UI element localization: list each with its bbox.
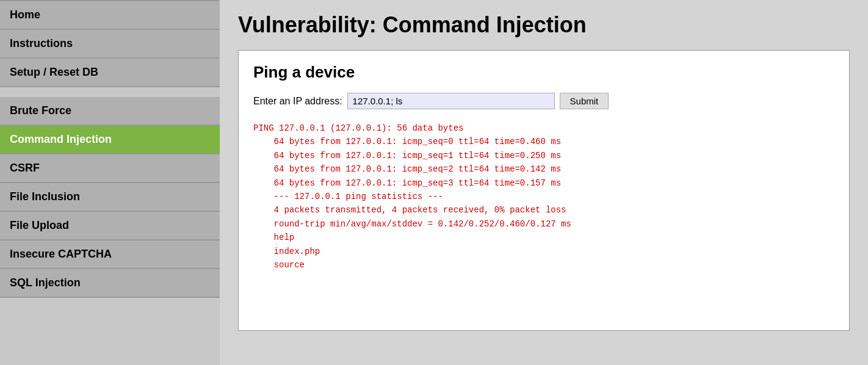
sidebar: Home Instructions Setup / Reset DB Brute… [0, 0, 220, 365]
sidebar-spacer [0, 87, 220, 97]
sidebar-item-setup-reset[interactable]: Setup / Reset DB [0, 59, 220, 87]
submit-button[interactable]: Submit [560, 93, 609, 109]
main-content: Vulnerability: Command Injection Ping a … [220, 0, 868, 365]
sidebar-item-sql-injection[interactable]: SQL Injection [0, 269, 220, 298]
sidebar-item-instructions[interactable]: Instructions [0, 30, 220, 59]
sidebar-item-home[interactable]: Home [0, 0, 220, 30]
sidebar-item-csrf[interactable]: CSRF [0, 154, 220, 183]
sidebar-item-command-injection[interactable]: Command Injection [0, 126, 220, 154]
ip-input-label: Enter an IP address: [253, 96, 342, 107]
sidebar-item-insecure-captcha[interactable]: Insecure CAPTCHA [0, 240, 220, 269]
ip-input-field[interactable] [347, 93, 555, 109]
page-title: Vulnerability: Command Injection [238, 12, 850, 38]
ping-output: PING 127.0.0.1 (127.0.0.1): 56 data byte… [253, 121, 834, 272]
content-box: Ping a device Enter an IP address: Submi… [238, 50, 850, 331]
ip-input-row: Enter an IP address: Submit [253, 93, 834, 109]
sidebar-item-brute-force[interactable]: Brute Force [0, 97, 220, 126]
sidebar-item-file-inclusion[interactable]: File Inclusion [0, 183, 220, 212]
sidebar-item-file-upload[interactable]: File Upload [0, 212, 220, 240]
ping-section-title: Ping a device [253, 63, 834, 82]
